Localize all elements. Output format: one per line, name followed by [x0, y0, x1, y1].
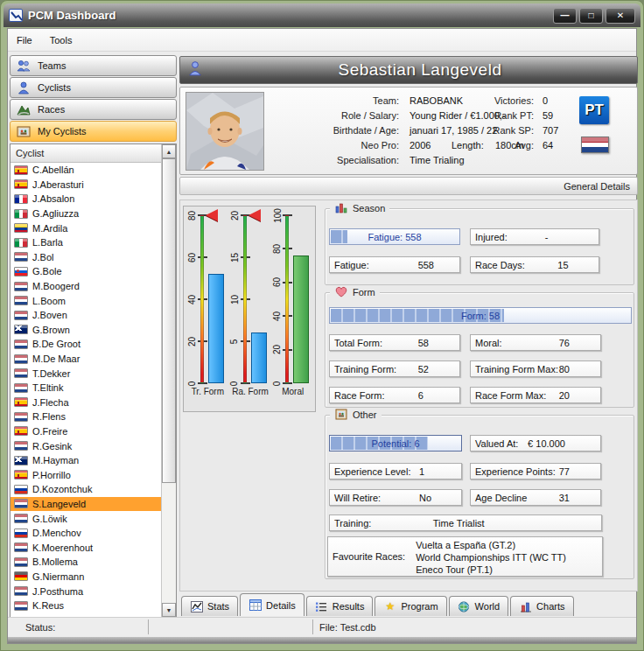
cyclist-name: D.Menchov [32, 528, 81, 538]
avg-value: 64 [542, 140, 553, 150]
minimize-button[interactable]: — [553, 8, 577, 24]
list-item[interactable]: B.Mollema [10, 555, 161, 570]
list-item[interactable]: J.Posthuma [10, 584, 161, 598]
stats-icon [190, 600, 203, 612]
list-item[interactable]: T.Eltink [10, 381, 161, 396]
country-flag-icon [14, 571, 28, 581]
teams-icon [16, 59, 31, 73]
list-item[interactable]: J.Flecha [10, 396, 161, 410]
form-progressbar: Form: 58 [329, 307, 632, 324]
list-item[interactable]: G.Agliuzza [10, 206, 161, 221]
cyclist-list-panel: Cyclist C.Abellán J.Aberasturi [10, 144, 177, 618]
cyclist-name: M.Hayman [32, 455, 79, 466]
list-item[interactable]: P.Horrillo [10, 467, 161, 482]
close-button[interactable]: ✕ [606, 8, 635, 24]
list-item[interactable]: J.Bol [10, 250, 161, 265]
cyclist-name: G.Bole [32, 266, 62, 276]
specialisation-value: Time Trialing [410, 155, 465, 165]
list-item[interactable]: M.Boogerd [10, 279, 161, 294]
cyclist-column-header[interactable]: Cyclist [10, 144, 161, 163]
role-label: Role / Salary: [303, 110, 399, 121]
list-item[interactable]: S.Langeveld [10, 497, 161, 512]
country-flag-icon [14, 296, 28, 305]
rank-sp-value: 707 [542, 125, 558, 136]
window-bottom-edge [8, 637, 636, 643]
country-flag-icon [14, 542, 28, 552]
country-flag-icon [14, 368, 28, 378]
list-item[interactable]: G.Niermann [10, 570, 161, 584]
country-flag-icon [14, 426, 28, 436]
title-bar[interactable]: PCM Dashboard — □ ✕ [4, 4, 640, 27]
list-item[interactable]: D.Kozontchuk [10, 482, 161, 497]
list-item[interactable]: L.Boom [10, 293, 161, 308]
experience-level-field: Experience Level:1 [329, 463, 462, 480]
list-item[interactable]: R.Gesink [10, 438, 161, 453]
list-item[interactable]: G.Löwik [10, 511, 161, 526]
list-item[interactable]: G.Bole [10, 264, 161, 279]
favourite-race: Vuelta a España (GT.2) [416, 539, 566, 551]
menu-file[interactable]: File [8, 32, 41, 49]
team-label: Team: [303, 95, 399, 106]
list-item[interactable]: J.Absalon [10, 192, 161, 206]
list-item[interactable]: B.De Groot [10, 337, 161, 352]
list-item[interactable]: M.De Maar [10, 352, 161, 367]
tab-details[interactable]: Details [240, 593, 304, 616]
moral-field: Moral:76 [470, 334, 601, 351]
victories-label: Victories: [438, 95, 534, 106]
list-item[interactable]: G.Brown [10, 323, 161, 338]
list-item[interactable]: O.Freire [10, 424, 161, 439]
tab-world[interactable]: World [449, 596, 509, 616]
list-item[interactable]: J.Aberasturi [10, 178, 161, 192]
sidebar-item-my-cyclists[interactable]: My Cyclists [10, 121, 177, 142]
tab-stats[interactable]: Stats [181, 596, 238, 616]
list-item[interactable]: R.Flens [10, 410, 161, 424]
list-item[interactable]: M.Hayman [10, 453, 161, 468]
menu-tools[interactable]: Tools [41, 32, 81, 49]
list-item[interactable]: J.Boven [10, 308, 161, 323]
list-item[interactable]: D.Menchov [10, 526, 161, 541]
gauge-axis [285, 215, 289, 383]
neopro-value: 2006 [410, 140, 430, 150]
fatigue-field: Fatigue:558 [329, 256, 460, 273]
cyclist-name: R.Flens [32, 411, 66, 422]
race-form-field: Race Form:6 [329, 387, 460, 403]
cyclist-name: J.Absalon [32, 193, 74, 204]
cyclist-name: L.Barla [32, 237, 63, 248]
favourite-race: Eneco Tour (PT.1) [416, 564, 566, 576]
list-scrollbar[interactable]: ▲ ▼ [161, 144, 176, 617]
sidebar-item-cyclists[interactable]: Cyclists [10, 77, 177, 98]
country-flag-icon [14, 223, 28, 233]
list-item[interactable]: K.Moerenhout [10, 540, 161, 555]
sidebar-item-label: Teams [38, 60, 66, 71]
tab-charts[interactable]: Charts [510, 596, 573, 616]
list-item[interactable]: M.Ardila [10, 220, 161, 235]
sidebar-item-races[interactable]: Races [10, 99, 177, 120]
scrollbar-track[interactable] [162, 158, 176, 603]
maximize-button[interactable]: □ [579, 8, 603, 24]
sidebar-item-label: Cyclists [38, 82, 71, 93]
cyclist-name: J.Bol [32, 252, 53, 262]
sidebar-item-teams[interactable]: Teams [10, 55, 177, 76]
status-label: Status: [8, 622, 55, 633]
list-item[interactable]: L.Barla [10, 235, 161, 250]
country-flag-icon [14, 179, 28, 189]
country-flag-icon [14, 282, 28, 291]
scroll-up-icon[interactable]: ▲ [162, 144, 176, 158]
country-flag-icon [14, 441, 28, 451]
scroll-down-icon[interactable]: ▼ [162, 603, 176, 617]
tab-program[interactable]: ★ Program [374, 596, 446, 616]
tab-results[interactable]: Results [306, 596, 374, 616]
list-item[interactable]: K.Reus [10, 598, 161, 613]
sidebar-item-label: Races [38, 104, 65, 115]
gauge-bar [251, 332, 267, 383]
scrollbar-thumb[interactable] [162, 158, 176, 483]
list-item[interactable]: T.Dekker [10, 366, 161, 381]
details-icon [248, 599, 262, 612]
cyclist-name: J.Flecha [32, 397, 69, 408]
list-item[interactable]: C.Abellán [10, 163, 161, 178]
window-title: PCM Dashboard [28, 9, 553, 22]
country-flag-icon [14, 470, 28, 480]
general-details-bar: General Details [179, 177, 638, 195]
other-title: Other [353, 410, 377, 420]
cyclist-name: O.Freire [32, 426, 67, 437]
